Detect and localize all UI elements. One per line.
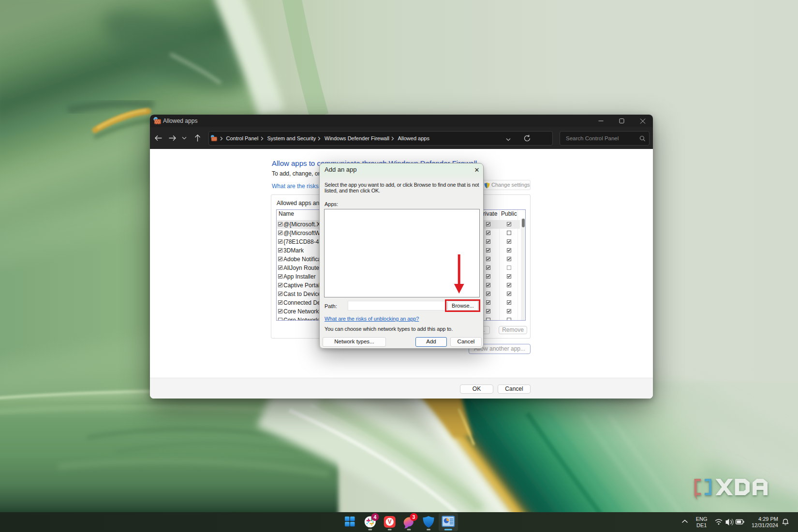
svg-text:V: V [388, 518, 392, 525]
svg-text:12/31/2024: 12/31/2024 [752, 522, 778, 528]
svg-text:4: 4 [374, 514, 377, 520]
svg-text:4:29 PM: 4:29 PM [758, 516, 778, 522]
svg-text:3: 3 [413, 514, 415, 520]
svg-text:ENG: ENG [696, 516, 708, 522]
svg-text:DE1: DE1 [696, 522, 707, 528]
